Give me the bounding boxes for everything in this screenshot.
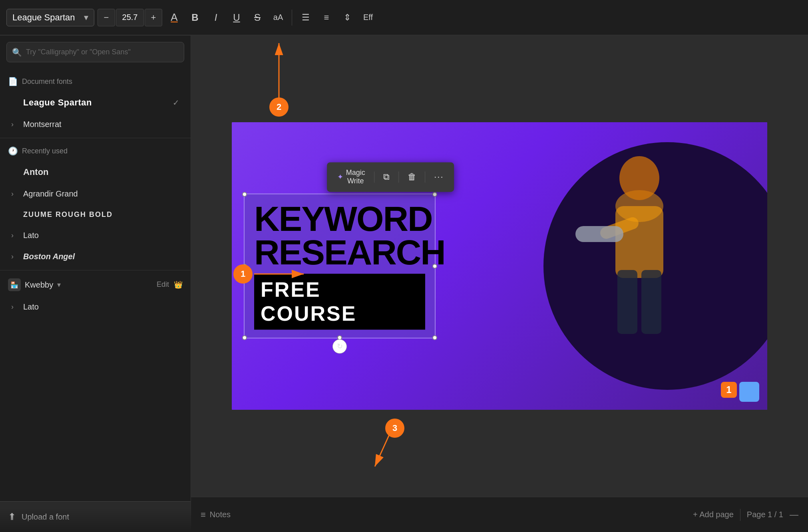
selection-handle-tl[interactable] (242, 192, 247, 197)
main-content: 🔍 📄 Document fonts League Spartan ✓ (0, 35, 808, 532)
italic-button[interactable]: I (207, 9, 225, 26)
font-item-lato-brand[interactable]: › Lato (3, 297, 187, 317)
font-item-left: › Lato (11, 231, 39, 240)
line-height-button[interactable]: ⇕ (338, 9, 356, 26)
svg-rect-8 (575, 226, 623, 242)
toolbar-divider-1 (374, 171, 374, 183)
chevron-down-icon: ▾ (84, 12, 88, 23)
align-list-button[interactable]: ≡ (318, 9, 335, 26)
keyword-research-text: KEYWORDRESEARCH (254, 202, 425, 269)
font-item-left: League Spartan (11, 97, 92, 108)
page-nav-button[interactable]: — (790, 510, 798, 520)
font-size-input[interactable] (116, 9, 144, 26)
delete-button[interactable]: 🗑 (402, 169, 422, 185)
text-element-selected[interactable]: ✦ Magic Write ⧉ 🗑 ··· KEYWORDRESEARCH (244, 193, 436, 338)
notes-icon: ≡ (201, 510, 206, 520)
font-item-montserrat[interactable]: › Montserrat (3, 114, 187, 135)
brand-section: 🏪 Kwebby ▾ Edit 👑 (0, 274, 191, 296)
font-name-zuume: ZUUME ROUGH BOLD (23, 210, 113, 219)
toolbar-divider-2 (398, 171, 399, 183)
font-selector[interactable]: League Spartan ▾ (6, 9, 94, 26)
sidebar-font-list: 📄 Document fonts League Spartan ✓ › Mont… (0, 69, 191, 501)
clock-icon: 🕐 (8, 146, 18, 156)
svg-rect-3 (615, 206, 663, 278)
rotate-handle[interactable]: ↻ (332, 339, 347, 354)
font-color-button[interactable]: A (165, 9, 183, 26)
recently-used-label: Recently used (22, 147, 68, 155)
align-left-button[interactable]: ☰ (297, 9, 314, 26)
duplicate-button[interactable]: ⧉ (378, 169, 395, 185)
font-item-anton[interactable]: Anton (3, 161, 187, 183)
font-name-montserrat: Montserrat (23, 120, 62, 129)
strikethrough-button[interactable]: S (249, 9, 266, 26)
svg-rect-5 (641, 270, 661, 334)
font-item-left: › Montserrat (11, 120, 62, 129)
selection-handle-tr[interactable] (432, 192, 437, 197)
canvas-main: 1 ✦ Magic (191, 35, 808, 497)
magic-write-button[interactable]: ✦ Magic Write (332, 165, 371, 189)
character-svg (543, 126, 735, 406)
color-swatches: 1 (721, 382, 759, 402)
expand-icon: › (11, 120, 19, 129)
font-item-left: › Agrandir Grand (11, 189, 78, 199)
brand-left: 🏪 Kwebby ▾ (8, 278, 61, 291)
document-icon: 📄 (8, 77, 18, 86)
selection-handle-mr[interactable] (432, 264, 437, 268)
font-item-boston[interactable]: › Boston Angel (3, 246, 187, 267)
spacer (0, 318, 191, 330)
svg-point-6 (619, 156, 659, 200)
divider-2 (0, 270, 191, 270)
brand-expand-arrow[interactable]: ▾ (57, 280, 61, 289)
brand-icon: 🏪 (8, 278, 21, 291)
magic-write-label: Magic Write (346, 169, 365, 185)
expand-icon-lato: › (11, 231, 19, 240)
brand-edit-label[interactable]: Edit (157, 280, 169, 289)
magic-write-icon: ✦ (337, 173, 343, 181)
search-icon: 🔍 (12, 48, 22, 57)
selection-handle-ml[interactable] (242, 264, 247, 268)
font-item-league-spartan[interactable]: League Spartan ✓ (3, 92, 187, 113)
toolbar-divider (292, 10, 292, 26)
crown-icon: 👑 (174, 280, 183, 289)
canvas-bottom-bar: ≡ Notes + Add page Page 1 / 1 — (191, 497, 808, 532)
brand-name[interactable]: Kwebby (25, 280, 53, 290)
more-options-button[interactable]: ··· (428, 169, 449, 185)
underline-button[interactable]: U (228, 9, 245, 26)
main-toolbar: League Spartan ▾ − + A B I U S aA ☰ ≡ ⇕ … (0, 0, 808, 35)
expand-icon-agrandir: › (11, 190, 19, 198)
font-item-agrandir[interactable]: › Agrandir Grand (3, 184, 187, 204)
sidebar-search-area: 🔍 (0, 36, 191, 69)
font-size-increase-button[interactable]: + (145, 9, 162, 26)
font-name-agrandir: Agrandir Grand (23, 189, 78, 199)
font-item-left: ZUUME ROUGH BOLD (11, 210, 113, 219)
font-item-zuume[interactable]: ZUUME ROUGH BOLD (3, 205, 187, 224)
font-size-decrease-button[interactable]: − (98, 9, 115, 26)
divider (0, 138, 191, 138)
canvas-area: 2 (191, 35, 808, 532)
document-fonts-section-label: 📄 Document fonts (0, 72, 191, 91)
free-course-bar: FREE COURSE (254, 274, 425, 330)
notes-button[interactable]: ≡ Notes (201, 510, 231, 520)
character-figure (543, 126, 735, 406)
design-canvas: 1 ✦ Magic (232, 122, 767, 410)
expand-icon-lato-brand: › (11, 303, 19, 311)
case-button[interactable]: aA (269, 9, 287, 26)
upload-icon: ⬆ (8, 511, 16, 522)
notes-label: Notes (210, 510, 231, 519)
add-page-button[interactable]: + Add page (693, 510, 734, 519)
font-size-group: − + (98, 9, 162, 26)
effects-button[interactable]: Eff (359, 9, 377, 26)
document-fonts-label: Document fonts (22, 77, 72, 86)
font-item-left: › Lato (11, 302, 39, 312)
brand-actions: Edit 👑 (157, 280, 183, 289)
search-input[interactable] (6, 42, 184, 62)
font-name-boston: Boston Angel (23, 252, 75, 261)
font-item-left: Anton (11, 167, 49, 177)
magic-write-toolbar: ✦ Magic Write ⧉ 🗑 ··· (327, 162, 454, 192)
font-item-lato-recent[interactable]: › Lato (3, 225, 187, 246)
font-sidebar: 🔍 📄 Document fonts League Spartan ✓ (0, 35, 191, 532)
upload-font-button[interactable]: ⬆ Upload a font (0, 501, 191, 532)
bold-button[interactable]: B (186, 9, 204, 26)
font-item-left: › Boston Angel (11, 252, 75, 261)
expand-icon-boston: › (11, 252, 19, 261)
